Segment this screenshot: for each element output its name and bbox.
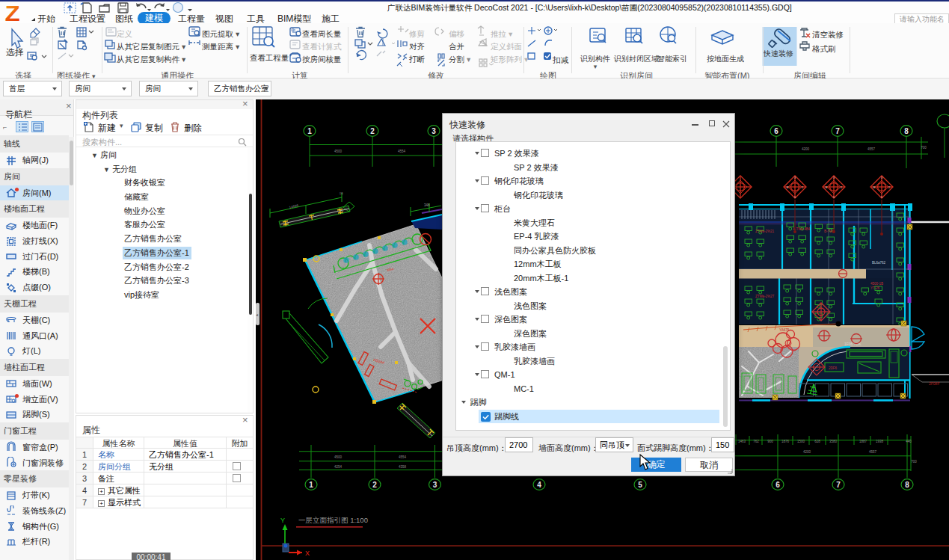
svg-text:4358: 4358 xyxy=(399,465,407,469)
svg-text:1938: 1938 xyxy=(876,440,884,443)
svg-text:Y: Y xyxy=(280,517,285,524)
svg-text:B: B xyxy=(787,185,789,189)
svg-text:6: 6 xyxy=(776,481,780,489)
svg-text:762: 762 xyxy=(753,440,759,443)
svg-text:BL6a762: BL6a762 xyxy=(872,261,886,265)
svg-text:B: B xyxy=(873,185,876,189)
svg-text:2F08F: 2F08F xyxy=(929,381,939,386)
svg-text:4200: 4200 xyxy=(802,147,810,151)
svg-text:4554: 4554 xyxy=(399,455,407,459)
svg-text:8: 8 xyxy=(905,481,909,489)
svg-text:900: 900 xyxy=(767,440,773,443)
svg-text:6: 6 xyxy=(774,127,778,135)
svg-text:3: 3 xyxy=(431,127,436,135)
svg-text:7: 7 xyxy=(836,481,841,489)
svg-text:1876: 1876 xyxy=(781,440,790,443)
svg-text:3580: 3580 xyxy=(829,440,838,443)
svg-text:YT-26: YT-26 xyxy=(870,286,880,290)
svg-text:4500: 4500 xyxy=(334,455,343,459)
svg-text:B: B xyxy=(826,185,828,189)
svg-text:4254: 4254 xyxy=(334,465,343,469)
svg-text:700: 700 xyxy=(921,146,927,150)
svg-text:2: 2 xyxy=(370,127,375,135)
svg-text:2DF6: 2DF6 xyxy=(829,366,838,370)
svg-text:348: 348 xyxy=(424,203,430,207)
svg-text:4557: 4557 xyxy=(867,147,876,151)
svg-text:1887: 1887 xyxy=(859,440,867,443)
svg-text:一层立面指引图 1:100: 一层立面指引图 1:100 xyxy=(298,516,368,524)
svg-text:4557: 4557 xyxy=(869,450,877,454)
svg-text:4500-1B: 4500-1B xyxy=(870,282,883,286)
svg-text:3: 3 xyxy=(433,481,437,489)
svg-text:8: 8 xyxy=(904,127,909,135)
svg-text:YA675: YA675 xyxy=(779,328,790,332)
svg-text:◂: ◂ xyxy=(256,313,258,317)
svg-text:4554: 4554 xyxy=(398,150,406,153)
svg-text:4: 4 xyxy=(537,481,541,489)
svg-text:628: 628 xyxy=(814,440,820,443)
svg-text:7: 7 xyxy=(835,127,840,135)
svg-text:1500: 1500 xyxy=(797,440,805,443)
svg-text:1: 1 xyxy=(309,481,313,489)
svg-text:2: 2 xyxy=(372,481,377,489)
svg-text:440: 440 xyxy=(906,440,912,443)
svg-text:4500: 4500 xyxy=(334,150,343,153)
svg-text:700: 700 xyxy=(911,460,917,464)
svg-text:5: 5 xyxy=(638,481,642,489)
svg-text:1463: 1463 xyxy=(738,440,746,443)
svg-text:1: 1 xyxy=(307,127,312,135)
svg-text:4200: 4200 xyxy=(803,450,811,454)
svg-text:ZTWa-2%21: ZTWa-2%21 xyxy=(755,230,775,233)
svg-text:X: X xyxy=(305,550,310,557)
svg-text:Z: Z xyxy=(5,0,20,25)
svg-text:ZTWa-2%2T: ZTWa-2%2T xyxy=(755,295,775,298)
